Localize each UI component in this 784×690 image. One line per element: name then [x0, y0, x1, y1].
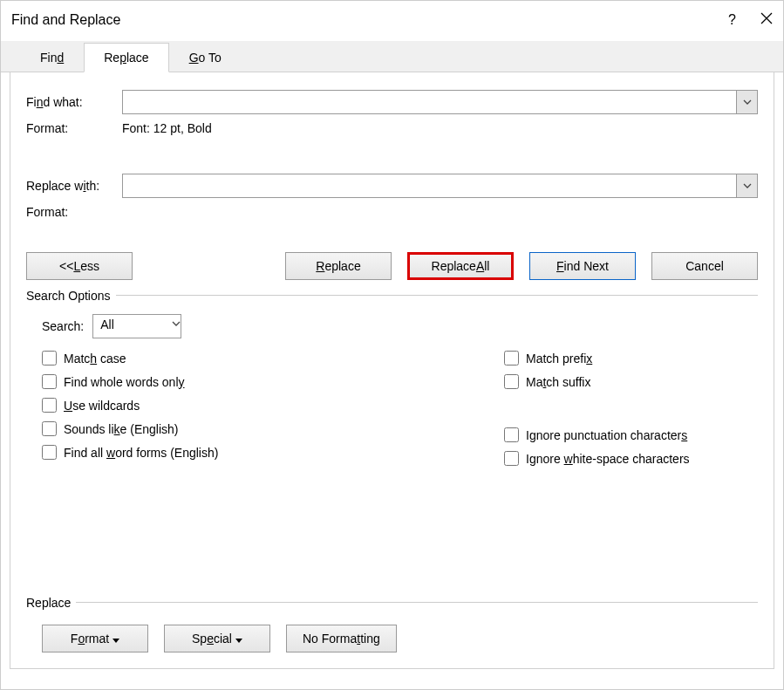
options-col-right: Match prefix Match suffix Ignore punctua… — [504, 351, 748, 466]
whole-words-option[interactable]: Find whole words only — [42, 374, 286, 389]
svg-marker-2 — [112, 639, 119, 643]
dialog-body: Find what: Format: Font: 12 pt, Bold Rep… — [10, 72, 774, 669]
ignore-punct-checkbox[interactable] — [504, 427, 519, 442]
find-what-label: Find what: — [26, 95, 122, 109]
match-case-option[interactable]: Match case — [42, 351, 286, 365]
replace-section-heading: Replace — [26, 596, 758, 610]
search-label: Search: — [42, 319, 84, 333]
search-scope-row: Search: All — [42, 314, 758, 338]
find-format-row: Format: Font: 12 pt, Bold — [26, 121, 758, 135]
wildcards-option[interactable]: Use wildcards — [42, 398, 286, 413]
format-button[interactable]: Format — [42, 625, 148, 652]
find-what-input[interactable] — [123, 91, 736, 113]
sounds-like-option[interactable]: Sounds like (English) — [42, 421, 286, 436]
match-suffix-option[interactable]: Match suffix — [504, 374, 748, 389]
ignore-ws-label: Ignore white-space characters — [526, 452, 690, 466]
find-replace-dialog: Find and Replace ? Find Replace Go To Fi… — [0, 0, 784, 690]
divider — [26, 295, 758, 296]
special-button[interactable]: Special — [164, 625, 270, 652]
less-button[interactable]: << Less — [26, 252, 133, 280]
word-forms-checkbox[interactable] — [42, 445, 57, 460]
find-format-label: Format: — [26, 121, 122, 135]
match-case-checkbox[interactable] — [42, 351, 57, 365]
chevron-down-icon — [743, 183, 752, 188]
tab-strip: Find Replace Go To — [1, 41, 783, 72]
tab-find[interactable]: Find — [20, 43, 84, 72]
replace-with-input[interactable] — [123, 174, 736, 197]
divider — [26, 602, 758, 603]
match-prefix-label: Match prefix — [526, 352, 592, 365]
ignore-punct-option[interactable]: Ignore punctuation characters — [504, 427, 748, 442]
find-format-value: Font: 12 pt, Bold — [122, 121, 212, 135]
replace-with-combo[interactable] — [122, 174, 758, 198]
options-grid: Match case Find whole words only Use wil… — [42, 351, 758, 466]
word-forms-label: Find all word forms (English) — [64, 446, 218, 460]
replace-with-label: Replace with: — [26, 179, 122, 193]
tab-goto[interactable]: Go To — [169, 43, 242, 72]
sounds-like-label: Sounds like (English) — [64, 422, 179, 436]
replace-button[interactable]: Replace — [285, 252, 392, 280]
chevron-down-icon — [172, 321, 181, 326]
chevron-down-icon — [743, 99, 752, 105]
wildcards-label: Use wildcards — [64, 399, 140, 413]
caret-down-icon — [235, 639, 242, 643]
title-controls: ? — [728, 12, 773, 28]
wildcards-checkbox[interactable] — [42, 398, 57, 413]
titlebar: Find and Replace ? — [1, 1, 783, 36]
match-suffix-checkbox[interactable] — [504, 374, 519, 389]
svg-marker-3 — [235, 639, 242, 643]
close-icon — [760, 12, 773, 24]
cancel-button[interactable]: Cancel — [651, 252, 758, 280]
replace-format-row: Format: — [26, 205, 758, 219]
find-what-dropdown[interactable] — [736, 91, 757, 113]
tab-replace[interactable]: Replace — [84, 43, 168, 72]
whole-words-checkbox[interactable] — [42, 374, 57, 389]
format-buttons-row: Format Special No Formatting — [42, 625, 758, 652]
word-forms-option[interactable]: Find all word forms (English) — [42, 445, 286, 460]
ignore-ws-option[interactable]: Ignore white-space characters — [504, 451, 748, 466]
replace-row: Replace with: — [26, 174, 758, 198]
match-case-label: Match case — [64, 352, 126, 365]
match-prefix-option[interactable]: Match prefix — [504, 351, 748, 365]
help-button[interactable]: ? — [728, 12, 736, 28]
find-what-combo[interactable] — [122, 90, 758, 114]
caret-down-icon — [112, 639, 119, 643]
no-formatting-button[interactable]: No Formatting — [286, 625, 397, 652]
options-col-left: Match case Find whole words only Use wil… — [42, 351, 286, 466]
search-scope-value: All — [93, 315, 172, 338]
match-suffix-label: Match suffix — [526, 375, 590, 389]
replace-all-button[interactable]: Replace All — [407, 252, 514, 280]
replace-section: Replace Format Special No Formatting — [26, 596, 758, 652]
ignore-punct-label: Ignore punctuation characters — [526, 428, 687, 442]
ignore-ws-checkbox[interactable] — [504, 451, 519, 466]
search-options-heading: Search Options — [26, 289, 758, 303]
close-button[interactable] — [760, 12, 773, 28]
dialog-title: Find and Replace — [11, 12, 120, 28]
match-prefix-checkbox[interactable] — [504, 351, 519, 365]
replace-format-label: Format: — [26, 205, 122, 219]
sounds-like-checkbox[interactable] — [42, 421, 57, 436]
search-scope-select[interactable]: All — [92, 314, 181, 338]
whole-words-label: Find whole words only — [64, 375, 185, 389]
search-scope-dropdown[interactable] — [172, 315, 181, 338]
main-button-row: << Less Replace Replace All Find Next Ca… — [26, 252, 758, 280]
find-row: Find what: — [26, 90, 758, 114]
find-next-button[interactable]: Find Next — [529, 252, 636, 280]
replace-with-dropdown[interactable] — [736, 174, 757, 197]
